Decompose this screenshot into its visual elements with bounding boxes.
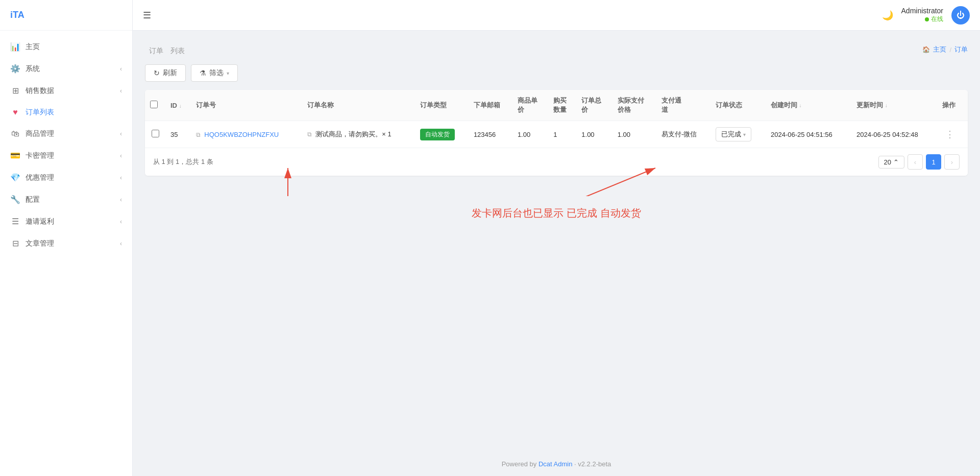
header-payment: 支付通道 [656, 90, 711, 121]
order-number-link[interactable]: HQO5KWBZOHPNZFXU [204, 131, 279, 138]
prev-page-button[interactable]: ‹ [908, 154, 923, 170]
header-email: 下单邮箱 [469, 90, 512, 121]
table-card: ID ↓ 订单号 订单名称 订单类型 下单邮箱 商品单价 购买数量 订单总价 实… [145, 90, 968, 176]
next-page-button[interactable]: › [944, 154, 960, 170]
header-order-name: 订单名称 [302, 90, 415, 121]
sort-icon-id: ↓ [179, 103, 182, 109]
header-order-type: 订单类型 [415, 90, 469, 121]
user-status: 在线 [925, 15, 943, 23]
sidebar-item-home[interactable]: 📊 主页 [0, 36, 132, 58]
nav-arrow-invite: ‹ [120, 218, 122, 225]
table-header: ID ↓ 订单号 订单名称 订单类型 下单邮箱 商品单价 购买数量 订单总价 实… [145, 90, 968, 121]
header-actions: 操作 [937, 90, 968, 121]
action-more-button[interactable]: ⋮ [942, 129, 958, 139]
header-total: 订单总价 [576, 90, 612, 121]
copy-icon[interactable]: ⧉ [196, 131, 201, 138]
moon-icon[interactable]: 🌙 [882, 10, 893, 21]
cell-order-no: ⧉ HQO5KWBZOHPNZFXU [191, 121, 302, 148]
breadcrumb: 🏠 主页 / 订单 [922, 45, 968, 54]
cell-created-at: 2024-06-25 04:51:56 [766, 121, 851, 148]
nav-arrow-coupons: ‹ [120, 174, 122, 181]
nav-arrow-articles: ‹ [120, 240, 122, 247]
topbar-left: ☰ [143, 10, 151, 21]
refresh-icon: ↻ [154, 69, 160, 77]
header-status: 订单状态 [710, 90, 766, 121]
nav-icon-invite: ☰ [10, 217, 20, 226]
sidebar-item-system[interactable]: ⚙️ 系统 ‹ [0, 58, 132, 80]
header-unit-price: 商品单价 [512, 90, 548, 121]
nav-icon-articles: ⊟ [10, 239, 20, 248]
nav-arrow-cards: ‹ [120, 152, 122, 159]
logo-text: iTA [10, 10, 24, 20]
select-all-checkbox[interactable] [150, 101, 158, 108]
header-updated-at: 更新时间 ↓ [851, 90, 937, 121]
header-id: ID ↓ [165, 90, 191, 121]
sidebar-item-articles[interactable]: ⊟ 文章管理 ‹ [0, 232, 132, 254]
filter-icon: ⚗ [200, 69, 206, 77]
breadcrumb-home[interactable]: 主页 [933, 45, 946, 54]
nav-icon-sales: ⊞ [10, 86, 20, 96]
cell-total: 1.00 [576, 121, 612, 148]
nav-label-config: 配置 [26, 195, 120, 204]
content-area: 订单 列表 🏠 主页 / 订单 ↻ 刷新 ⚗ [133, 31, 980, 452]
nav-label-system: 系统 [26, 64, 120, 74]
filter-arrow-icon: ▾ [227, 70, 229, 76]
nav-icon-config: 🔧 [10, 195, 20, 204]
page-size-select[interactable]: 20 ⌃ [878, 156, 904, 169]
order-type-badge: 自动发货 [420, 129, 455, 140]
status-dot [925, 17, 929, 21]
filter-button[interactable]: ⚗ 筛选 ▾ [191, 64, 238, 82]
status-dropdown[interactable]: 已完成 ▾ [716, 127, 751, 141]
nav-icon-orders: ♥ [10, 108, 20, 117]
sidebar-item-products[interactable]: 🛍 商品管理 ‹ [0, 123, 132, 145]
cell-actual-price: 1.00 [612, 121, 656, 148]
sidebar-item-orders[interactable]: ♥ 订单列表 [0, 102, 132, 123]
nav-arrow-system: ‹ [120, 65, 122, 73]
nav-arrow-config: ‹ [120, 196, 122, 203]
sidebar-item-config[interactable]: 🔧 配置 ‹ [0, 188, 132, 210]
copy-name-icon[interactable]: ⧉ [307, 131, 312, 138]
page-1-button[interactable]: 1 [926, 154, 941, 170]
cell-quantity: 1 [548, 121, 576, 148]
breadcrumb-current: 订单 [954, 45, 968, 54]
user-name: Administrator [901, 7, 943, 15]
refresh-button[interactable]: ↻ 刷新 [145, 64, 186, 82]
nav-label-orders: 订单列表 [26, 108, 122, 117]
hamburger-icon[interactable]: ☰ [143, 10, 151, 21]
page-title-area: 订单 列表 [145, 43, 185, 56]
footer-link[interactable]: Dcat Admin [538, 460, 572, 468]
nav-label-products: 商品管理 [26, 129, 120, 138]
cell-id: 35 [165, 121, 191, 148]
page-size-arrow-icon: ⌃ [893, 158, 899, 166]
table-row: 35 ⧉ HQO5KWBZOHPNZFXU ⧉ 测试商品，请勿购买。× 1 自动… [145, 121, 968, 148]
power-button[interactable]: ⏻ [951, 6, 970, 25]
nav-icon-products: 🛍 [10, 129, 20, 138]
sidebar: iTA 📊 主页 ⚙️ 系统 ‹ ⊞ 销售数据 ‹ ♥ 订单列表 🛍 商品管理 … [0, 0, 133, 476]
sidebar-item-invite[interactable]: ☰ 邀请返利 ‹ [0, 210, 132, 232]
cell-order-type: 自动发货 [415, 121, 469, 148]
cell-payment: 易支付-微信 [656, 121, 711, 148]
cell-order-name: ⧉ 测试商品，请勿购买。× 1 [302, 121, 415, 148]
cell-status: 已完成 ▾ [710, 121, 766, 148]
annotation-section: 发卡网后台也已显示 已完成 自动发货 [145, 206, 968, 220]
cell-unit-price: 1.00 [512, 121, 548, 148]
page-title: 订单 列表 [145, 43, 185, 56]
sidebar-item-cards[interactable]: 💳 卡密管理 ‹ [0, 145, 132, 166]
pagination: 20 ⌃ ‹ 1 › [878, 154, 960, 170]
cell-updated-at: 2024-06-25 04:52:48 [851, 121, 937, 148]
sidebar-item-coupons[interactable]: 💎 优惠管理 ‹ [0, 166, 132, 188]
sidebar-item-sales[interactable]: ⊞ 销售数据 ‹ [0, 80, 132, 102]
row-checkbox-0[interactable] [152, 130, 159, 137]
topbar: ☰ 🌙 Administrator 在线 ⏻ [133, 0, 980, 31]
sort-icon-updated: ↓ [885, 103, 888, 108]
header-created-at: 创建时间 ↓ [766, 90, 851, 121]
toolbar: ↻ 刷新 ⚗ 筛选 ▾ [145, 64, 968, 82]
topbar-right: 🌙 Administrator 在线 ⏻ [882, 6, 970, 25]
main-area: ☰ 🌙 Administrator 在线 ⏻ 订单 [133, 0, 980, 476]
nav-icon-home: 📊 [10, 42, 20, 52]
table-header-row: ID ↓ 订单号 订单名称 订单类型 下单邮箱 商品单价 购买数量 订单总价 实… [145, 90, 968, 121]
pagination-total: 从 1 到 1，总共 1 条 [153, 157, 213, 166]
nav-label-invite: 邀请返利 [26, 217, 120, 226]
nav-icon-system: ⚙️ [10, 64, 20, 74]
breadcrumb-separator: / [949, 46, 951, 54]
